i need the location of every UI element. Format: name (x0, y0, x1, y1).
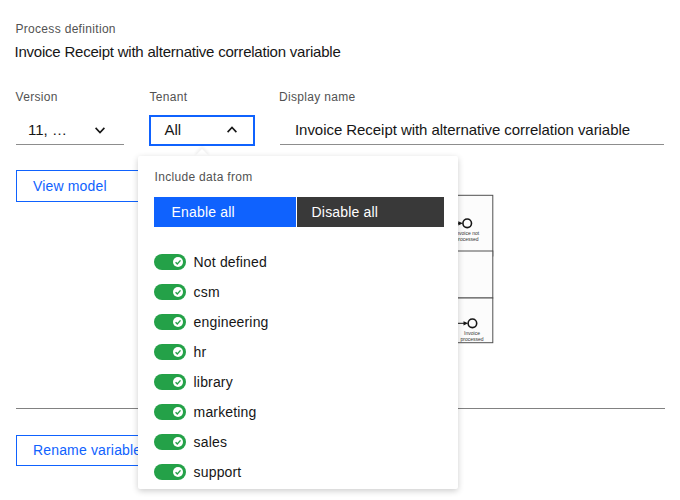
svg-text:processed: processed (460, 336, 483, 342)
svg-text:processed: processed (455, 236, 478, 242)
